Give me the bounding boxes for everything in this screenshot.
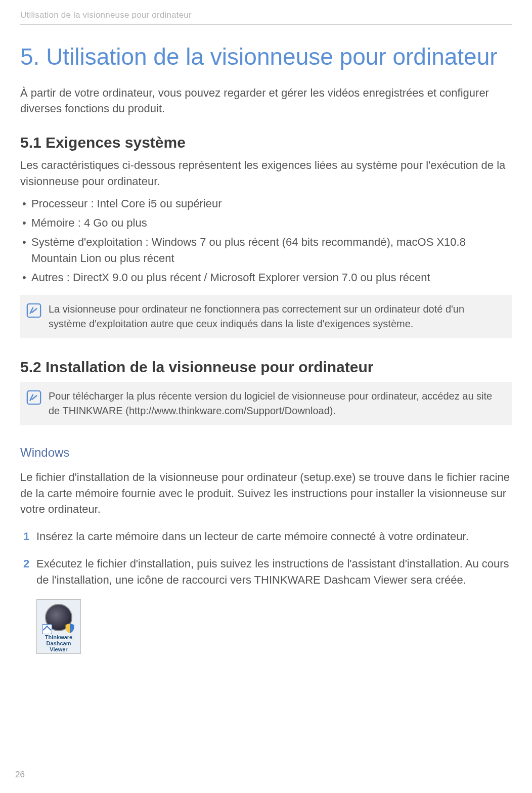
shortcut-label: Thinkware Dashcam Viewer: [45, 634, 72, 652]
windows-intro: Le fichier d'installation de la visionne…: [20, 469, 512, 518]
list-item: Processeur : Intel Core i5 ou supérieur: [20, 196, 512, 212]
steps-list: 1 Insérez la carte mémoire dans un lecte…: [20, 528, 512, 588]
shortcut-label-line: Viewer: [45, 646, 72, 652]
note-box: Pour télécharger la plus récente version…: [20, 382, 512, 425]
step-text: Insérez la carte mémoire dans un lecteur…: [36, 530, 469, 543]
dashcam-viewer-shortcut-icon: Thinkware Dashcam Viewer: [36, 599, 81, 654]
step-text: Exécutez le fichier d'installation, puis…: [36, 557, 509, 586]
requirements-list: Processeur : Intel Core i5 ou supérieur …: [20, 196, 512, 285]
step-number: 1: [23, 528, 29, 545]
running-header: Utilisation de la visionneuse pour ordin…: [20, 10, 512, 20]
step-number: 2: [23, 556, 29, 572]
list-item: Mémoire : 4 Go ou plus: [20, 215, 512, 231]
chapter-title: 5. Utilisation de la visionneuse pour or…: [20, 44, 512, 70]
list-item: Autres : DirectX 9.0 ou plus récent / Mi…: [20, 270, 512, 286]
note-text: La visionneuse pour ordinateur ne foncti…: [49, 302, 503, 331]
note-icon: [26, 303, 41, 318]
shortcut-arrow-icon: [42, 624, 52, 634]
uac-shield-icon: [64, 622, 75, 634]
step-item: 1 Insérez la carte mémoire dans un lecte…: [20, 528, 512, 545]
page-number: 26: [15, 770, 25, 780]
header-rule: [20, 24, 512, 25]
note-icon: [26, 390, 41, 405]
note-text: Pour télécharger la plus récente version…: [49, 389, 503, 418]
section-5-2-title: 5.2 Installation de la visionneuse pour …: [20, 359, 512, 376]
chapter-intro: À partir de votre ordinateur, vous pouve…: [20, 85, 512, 117]
windows-subsection-title: Windows: [20, 446, 512, 460]
shortcut-graphic: [44, 603, 73, 632]
section-5-1-title: 5.1 Exigences système: [20, 134, 512, 151]
shortcut-label-line: Dashcam: [45, 640, 72, 646]
note-box: La visionneuse pour ordinateur ne foncti…: [20, 295, 512, 338]
list-item: Système d'exploitation : Windows 7 ou pl…: [20, 234, 512, 267]
windows-subsection-rule: [20, 462, 71, 462]
shortcut-label-line: Thinkware: [45, 634, 72, 640]
step-item: 2 Exécutez le fichier d'installation, pu…: [20, 556, 512, 588]
section-5-1-intro: Les caractéristiques ci-dessous représen…: [20, 157, 512, 190]
